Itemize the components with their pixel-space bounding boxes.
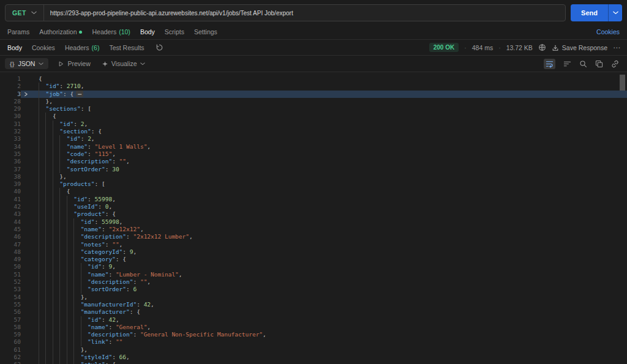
- response-body-viewer[interactable]: 1{2 "id": 2710,3 "job": {⋯28 },29 "secti…: [0, 72, 627, 364]
- wrap-text-icon[interactable]: [544, 59, 555, 69]
- save-icon: [552, 44, 559, 51]
- network-icon[interactable]: [538, 43, 546, 51]
- save-response-button[interactable]: Save Response: [552, 44, 607, 51]
- response-time[interactable]: 484 ms: [472, 44, 493, 51]
- tab-label: Body: [140, 28, 155, 35]
- code-line: 41 "id": 55998,: [0, 196, 627, 203]
- line-number: 55: [0, 301, 21, 308]
- url-input[interactable]: [44, 5, 565, 21]
- request-tab-settings[interactable]: Settings: [189, 24, 222, 39]
- line-number: 3: [0, 91, 21, 98]
- scrollbar-thumb[interactable]: [620, 75, 625, 91]
- fold-column: [21, 331, 31, 338]
- code-content: "link": "": [31, 338, 627, 346]
- response-tab-headers[interactable]: Headers(6): [60, 40, 105, 55]
- fold-column: [21, 143, 31, 150]
- preview-button[interactable]: Preview: [52, 60, 96, 67]
- line-number: 1: [0, 75, 21, 83]
- code-content: "id": 2,: [31, 121, 627, 128]
- line-number: 38: [0, 173, 21, 180]
- fold-column: [21, 338, 31, 346]
- line-number: 33: [0, 135, 21, 143]
- fold-toggle-icon[interactable]: [21, 91, 31, 98]
- code-content: "id": 42,: [31, 316, 627, 324]
- request-tab-authorization[interactable]: Authorization: [34, 24, 87, 39]
- line-number: 52: [0, 278, 21, 286]
- code-content: {: [31, 113, 627, 120]
- fold-column: [21, 256, 31, 263]
- tab-label: Params: [7, 28, 29, 35]
- separator-dot: ·: [464, 44, 467, 51]
- code-content: "manufacturer": {: [31, 308, 627, 316]
- line-number: 60: [0, 338, 21, 346]
- response-size[interactable]: 13.72 KB: [506, 44, 533, 51]
- response-bar: BodyCookiesHeaders(6)Test Results 200 OK…: [0, 40, 627, 55]
- line-number: 61: [0, 346, 21, 354]
- fold-column: [21, 196, 31, 203]
- code-line: 36 "description": "",: [0, 158, 627, 165]
- response-tabs-list: BodyCookiesHeaders(6)Test Results: [2, 40, 149, 55]
- copy-icon[interactable]: [595, 60, 603, 68]
- line-number: 40: [0, 188, 21, 195]
- tab-count: (10): [119, 28, 130, 35]
- code-line: 35 "code": "115",: [0, 150, 627, 158]
- save-response-label: Save Response: [562, 44, 607, 51]
- code-line: 55 "manufacturerId": 42,: [0, 301, 627, 308]
- code-line: 58 "name": "General",: [0, 324, 627, 331]
- response-tab-body[interactable]: Body: [2, 40, 27, 55]
- method-selector[interactable]: GET: [6, 5, 44, 21]
- response-tab-cookies[interactable]: Cookies: [27, 40, 60, 55]
- code-content: "category": {: [31, 256, 627, 263]
- fold-column: [21, 135, 31, 143]
- fold-column: [21, 121, 31, 128]
- line-number: 50: [0, 263, 21, 270]
- code-line: 34 "name": "Level 1 Walls",: [0, 143, 627, 150]
- send-options-button[interactable]: [608, 4, 622, 21]
- line-number: 51: [0, 271, 21, 278]
- status-badge[interactable]: 200 OK: [429, 43, 459, 52]
- fold-column: [21, 105, 31, 113]
- line-number: 42: [0, 203, 21, 210]
- code-content: {: [31, 75, 627, 83]
- code-content: "sortOrder": 30: [31, 166, 627, 173]
- request-tab-params[interactable]: Params: [2, 24, 34, 39]
- code-lines: 1{2 "id": 2710,3 "job": {⋯28 },29 "secti…: [0, 75, 627, 364]
- code-line: 44 "id": 55998,: [0, 218, 627, 226]
- format-dropdown[interactable]: {} JSON: [5, 58, 48, 69]
- fold-column: [21, 188, 31, 195]
- code-line: 28 },: [0, 98, 627, 105]
- cookies-link[interactable]: Cookies: [591, 28, 625, 35]
- code-content: "sections": [: [31, 105, 627, 113]
- code-line: 38 },: [0, 173, 627, 180]
- fold-column: [21, 286, 31, 293]
- request-tab-body[interactable]: Body: [135, 24, 160, 39]
- request-tab-headers[interactable]: Headers(10): [87, 24, 135, 39]
- fold-column: [21, 361, 31, 364]
- code-line: 1{: [0, 75, 627, 83]
- link-icon[interactable]: [611, 60, 619, 68]
- more-options-button[interactable]: ⋯: [613, 43, 621, 52]
- code-content: "description": "",: [31, 158, 627, 165]
- response-tab-test-results[interactable]: Test Results: [104, 40, 149, 55]
- visualize-button[interactable]: Visualize: [96, 60, 151, 67]
- code-line: 50 "id": 9,: [0, 263, 627, 270]
- history-icon[interactable]: [152, 43, 167, 51]
- line-number: 43: [0, 210, 21, 218]
- code-content: "product": {: [31, 210, 627, 218]
- code-line: 53 "sortOrder": 6: [0, 286, 627, 293]
- code-content: },: [31, 98, 627, 105]
- code-content: "id": 9,: [31, 263, 627, 270]
- code-content: "id": 2,: [31, 135, 627, 143]
- code-content: "section": {: [31, 128, 627, 135]
- code-content: "sortOrder": 6: [31, 286, 627, 293]
- line-number: 34: [0, 143, 21, 150]
- auth-status-dot: [79, 31, 82, 34]
- code-line: 57 "id": 42,: [0, 316, 627, 324]
- code-content: "name": "General",: [31, 324, 627, 331]
- send-button[interactable]: Send: [571, 4, 608, 21]
- request-tab-scripts[interactable]: Scripts: [160, 24, 189, 39]
- filter-lines-icon[interactable]: [563, 60, 571, 68]
- fold-column: [21, 233, 31, 240]
- collapsed-ellipsis[interactable]: ⋯: [76, 91, 83, 97]
- search-icon[interactable]: [579, 60, 587, 68]
